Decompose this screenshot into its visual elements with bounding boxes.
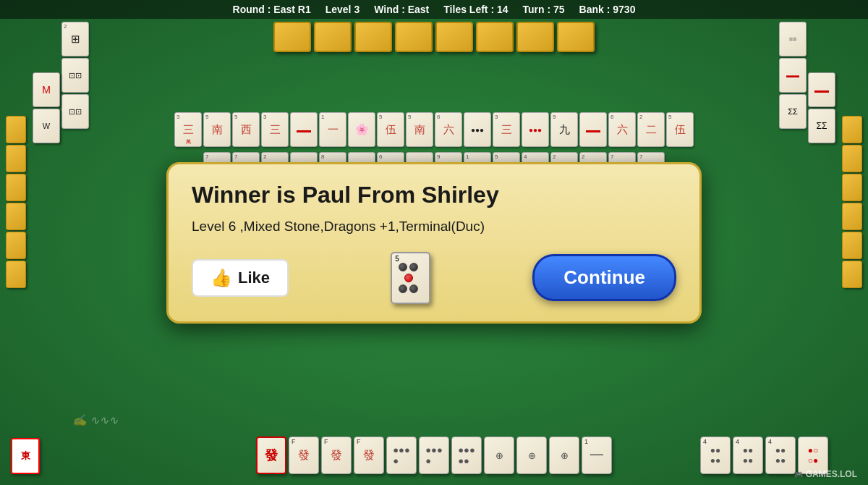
like-button[interactable]: 👍 Like [192,259,289,297]
continue-label: Continue [563,266,645,288]
game-board: Round : East R1 Level 3 Wind : East Tile… [0,0,868,485]
like-icon: 👍 [210,268,232,288]
tile-dots [396,260,425,300]
modal-overlay: Winner is Paul From Shirley Level 6 ,Mix… [0,0,868,485]
modal-bottom: 👍 Like 5 [192,252,676,304]
modal-subtitle: Level 6 ,Mixed Stone,Dragons +1,Terminal… [192,219,676,235]
continue-button[interactable]: Continue [532,254,676,301]
winner-modal: Winner is Paul From Shirley Level 6 ,Mix… [166,162,702,324]
winning-tile-num: 5 [395,255,399,263]
winning-tile: 5 [391,252,430,304]
like-label: Like [238,269,270,287]
modal-title: Winner is Paul From Shirley [192,182,676,208]
